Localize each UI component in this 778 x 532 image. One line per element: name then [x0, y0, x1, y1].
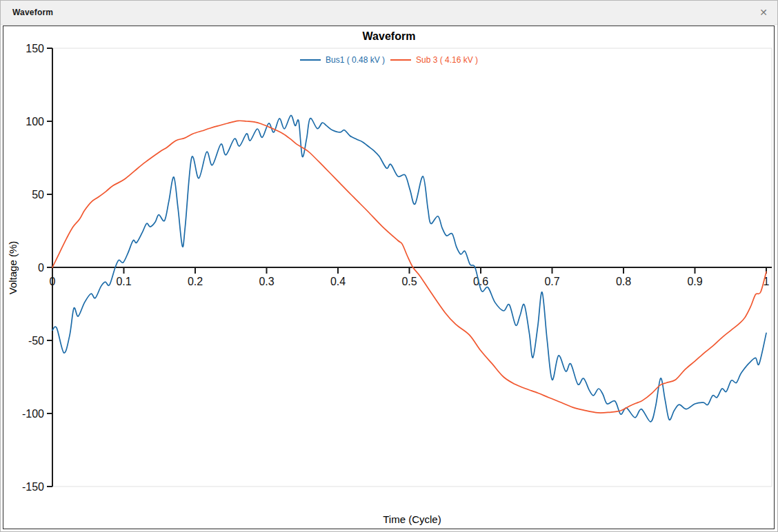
window-title: Waveform — [0, 8, 53, 17]
chart-title: Waveform — [0, 30, 778, 43]
legend-label-sub3: Sub 3 ( 4.16 kV ) — [416, 55, 478, 65]
legend-line-swatch-bus1 — [300, 59, 321, 61]
legend-line-swatch-sub3 — [390, 59, 411, 61]
legend-item-bus1: Bus1 ( 0.48 kV ) — [300, 55, 385, 65]
waveform-window: { "window": { "title": "Waveform", "clos… — [0, 0, 778, 532]
chart-legend: Bus1 ( 0.48 kV ) Sub 3 ( 4.16 kV ) — [0, 55, 778, 65]
legend-label-bus1: Bus1 ( 0.48 kV ) — [326, 55, 385, 65]
x-axis-title: Time (Cycle) — [0, 513, 778, 525]
chart-panel — [3, 25, 775, 529]
close-icon[interactable]: ✕ — [753, 0, 774, 25]
y-axis-title: Voltage (%) — [7, 237, 19, 299]
window-titlebar: Waveform ✕ — [0, 0, 778, 25]
legend-item-sub3: Sub 3 ( 4.16 kV ) — [390, 55, 478, 65]
